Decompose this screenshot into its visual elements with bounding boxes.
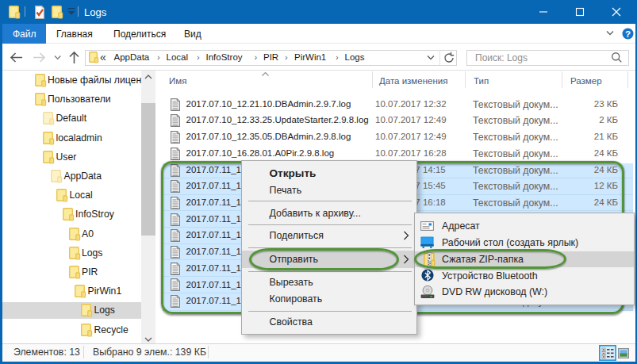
svg-text:?: ? bbox=[624, 29, 630, 39]
